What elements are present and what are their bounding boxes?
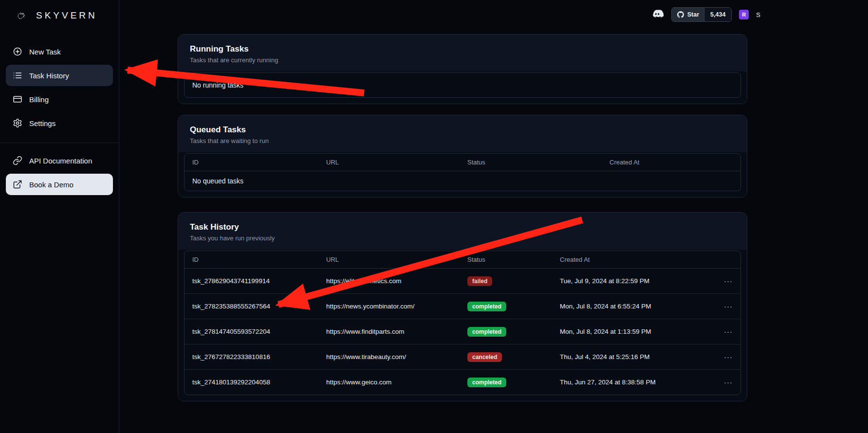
queued-tasks-header: Queued Tasks Tasks that are waiting to r…	[178, 115, 747, 152]
row-actions-button[interactable]: ···	[721, 326, 736, 337]
card-subtitle: Tasks that are waiting to run	[190, 137, 735, 144]
github-icon	[677, 11, 684, 18]
list-icon	[13, 71, 22, 80]
column-header-url: URL	[318, 154, 460, 171]
card-subtitle: Tasks you have run previously	[190, 235, 735, 242]
task-created-at: Thu, Jun 27, 2024 at 8:38:58 PM	[552, 371, 713, 393]
sidebar-item-label: Task History	[29, 72, 69, 80]
task-url: https://news.ycombinator.com/	[318, 295, 460, 317]
card-title: Task History	[190, 222, 735, 232]
main-content: Running Tasks Tasks that are currently r…	[178, 34, 747, 401]
task-url: https://www.tirabeauty.com/	[318, 346, 460, 368]
column-header-created-at: Created At	[602, 154, 740, 171]
card-title: Running Tasks	[190, 44, 735, 54]
profile-name-partial[interactable]: S	[756, 11, 760, 18]
task-id: tsk_278147405593572204	[185, 321, 318, 343]
sidebar-item-billing[interactable]: Billing	[6, 89, 113, 110]
status-badge: failed	[467, 276, 492, 286]
card-subtitle: Tasks that are currently running	[190, 56, 735, 64]
column-header-url: URL	[318, 251, 460, 268]
table-row[interactable]: tsk_278629043741199914 https://elitecosm…	[185, 269, 740, 294]
task-history-table: ID URL Status Created At tsk_27862904374…	[184, 251, 741, 395]
external-link-icon	[13, 180, 22, 189]
task-id: tsk_274180139292204058	[185, 371, 318, 393]
task-created-at: Thu, Jul 4, 2024 at 5:25:16 PM	[552, 346, 713, 368]
row-actions-button[interactable]: ···	[721, 301, 736, 311]
table-row[interactable]: tsk_278235388555267564 https://news.ycom…	[185, 294, 740, 319]
discord-icon[interactable]	[650, 9, 664, 20]
credit-card-icon	[13, 94, 22, 104]
column-header-actions	[713, 255, 740, 265]
github-star-button[interactable]: Star 5,434	[671, 7, 732, 22]
link-icon	[13, 156, 22, 165]
github-star-label: Star	[687, 11, 699, 18]
card-title: Queued Tasks	[190, 125, 735, 135]
table-row[interactable]: tsk_274180139292204058 https://www.geico…	[185, 370, 740, 395]
status-badge: completed	[467, 302, 506, 311]
plus-circle-icon	[13, 47, 22, 56]
sidebar-nav: New Task Task History Billing	[0, 41, 119, 195]
topbar: Star 5,434 R S	[650, 7, 760, 22]
column-header-id: ID	[185, 154, 318, 171]
status-badge: completed	[467, 327, 506, 337]
column-header-status: Status	[460, 251, 552, 268]
skyvern-dragon-icon	[12, 6, 31, 25]
task-created-at: Mon, Jul 8, 2024 at 6:55:24 PM	[552, 295, 713, 317]
row-actions-button[interactable]: ···	[721, 377, 736, 387]
status-badge: canceled	[467, 352, 502, 362]
status-badge: completed	[467, 378, 506, 387]
sidebar-item-label: Billing	[29, 95, 49, 104]
sidebar-divider	[0, 143, 119, 143]
brand-logo[interactable]: SKYVERN	[0, 0, 119, 29]
row-actions-button[interactable]: ···	[721, 352, 736, 362]
task-created-at: Tue, Jul 9, 2024 at 8:22:59 PM	[552, 270, 713, 292]
sidebar-item-new-task[interactable]: New Task	[6, 41, 113, 62]
task-id: tsk_278235388555267564	[185, 295, 318, 317]
task-history-header: Task History Tasks you have run previous…	[178, 213, 747, 250]
task-url: https://www.geico.com	[318, 371, 460, 393]
running-tasks-card: Running Tasks Tasks that are currently r…	[178, 34, 747, 104]
task-created-at: Mon, Jul 8, 2024 at 1:13:59 PM	[552, 321, 713, 343]
column-header-status: Status	[460, 154, 602, 171]
running-tasks-header: Running Tasks Tasks that are currently r…	[178, 35, 747, 72]
queued-tasks-table: ID URL Status Created At No queued tasks	[184, 153, 741, 191]
queued-tasks-empty-state: No queued tasks	[185, 171, 740, 191]
column-header-id: ID	[185, 251, 318, 268]
sidebar: SKYVERN New Task Task History	[0, 0, 119, 433]
table-row[interactable]: tsk_278147405593572204 https://www.findi…	[185, 319, 740, 344]
sidebar-item-label: Book a Demo	[29, 180, 74, 189]
user-avatar[interactable]: R	[739, 10, 749, 19]
table-row[interactable]: tsk_276727822333810816 https://www.tirab…	[185, 344, 740, 370]
sidebar-item-settings[interactable]: Settings	[6, 112, 113, 134]
column-header-created-at: Created At	[552, 251, 713, 268]
gear-icon	[13, 118, 22, 128]
task-id: tsk_276727822333810816	[185, 346, 318, 368]
sidebar-item-label: API Documentation	[29, 157, 92, 165]
github-star-count: 5,434	[710, 11, 725, 18]
task-url: https://www.finditparts.com	[318, 321, 460, 343]
sidebar-item-label: Settings	[29, 119, 55, 127]
task-url: https://elitecosmetics.com	[318, 270, 460, 292]
brand-name: SKYVERN	[36, 10, 97, 21]
sidebar-item-book-a-demo[interactable]: Book a Demo	[6, 174, 113, 195]
running-tasks-empty-state: No running tasks	[185, 73, 740, 97]
sidebar-item-label: New Task	[29, 48, 61, 56]
sidebar-item-api-documentation[interactable]: API Documentation	[6, 150, 113, 171]
task-history-card: Task History Tasks you have run previous…	[178, 212, 747, 401]
queued-tasks-card: Queued Tasks Tasks that are waiting to r…	[178, 115, 747, 198]
sidebar-item-task-history[interactable]: Task History	[6, 65, 113, 86]
task-id: tsk_278629043741199914	[185, 270, 318, 292]
row-actions-button[interactable]: ···	[721, 276, 736, 286]
